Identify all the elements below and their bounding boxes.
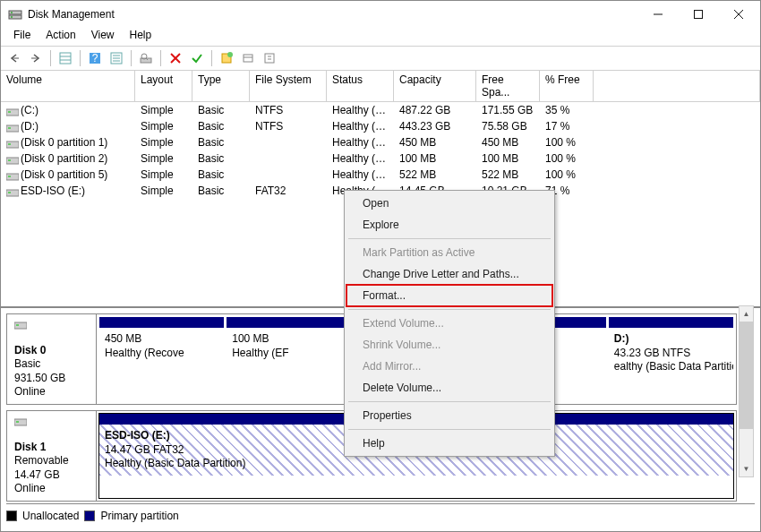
delete-icon[interactable] [166,48,185,68]
app-icon [8,7,22,21]
svg-rect-38 [8,159,11,161]
disk-icon [14,416,89,426]
svg-text:?: ? [92,52,98,64]
search-drive-icon[interactable] [136,48,156,68]
col-spacer [594,71,760,101]
col-volume[interactable]: Volume [1,71,135,101]
window-title: Disk Management [28,8,115,21]
col-type[interactable]: Type [192,71,250,101]
svg-rect-10 [60,53,71,64]
volume-row[interactable]: (C:)SimpleBasicNTFSHealthy (B...487.22 G… [1,102,760,118]
check-icon[interactable] [187,48,207,68]
scroll-down-icon[interactable]: ▼ [740,461,753,476]
drive-icon [6,106,19,116]
col-free[interactable]: Free Spa... [476,71,540,101]
separator [131,50,132,66]
menu-action[interactable]: Action [38,28,82,46]
svg-rect-36 [8,143,11,145]
separator [160,50,161,66]
legend-primary: Primary partition [100,510,178,522]
separator [50,50,51,66]
back-button[interactable] [4,48,24,68]
svg-rect-42 [8,192,11,193]
partition[interactable]: 450 MBHealthy (Recove [99,317,224,401]
separator [348,238,551,239]
svg-point-2 [11,12,13,13]
svg-point-25 [227,52,233,57]
toolbar: ? [1,46,760,71]
minimize-button[interactable] [637,2,678,27]
ctx-mirror[interactable]: Add Mirror... [346,356,552,377]
ctx-properties[interactable]: Properties [346,405,552,426]
ctx-mark-active[interactable]: Mark Partition as Active [346,242,552,263]
menubar: File Action View Help [1,28,760,46]
separator [348,401,551,402]
svg-rect-28 [265,54,274,63]
menu-help[interactable]: Help [123,28,159,46]
view-grid-icon[interactable] [56,48,75,68]
volume-list-header: Volume Layout Type File System Status Ca… [1,71,760,102]
svg-rect-32 [8,111,11,113]
col-status[interactable]: Status [327,71,394,101]
svg-rect-44 [16,324,19,326]
ctx-explore[interactable]: Explore [346,214,552,236]
volume-row[interactable]: (D:)SimpleBasicNTFSHealthy (B...443.23 G… [1,118,760,134]
settings-list-icon[interactable] [107,48,126,68]
drive-icon [6,186,19,197]
volume-row[interactable]: (Disk 0 partition 2)SimpleBasicHealthy (… [1,150,760,167]
separator [211,50,212,66]
disk-info: Disk 0Basic931.50 GBOnline [7,314,97,404]
menu-view[interactable]: View [84,28,122,46]
separator [348,309,551,310]
svg-rect-5 [694,11,702,19]
disk-info: Disk 1Removable14.47 GBOnline [7,411,97,501]
close-button[interactable] [718,2,758,27]
col-layout[interactable]: Layout [135,71,192,101]
drive-icon [6,154,19,165]
partition[interactable]: 100 MBHealthy (EF [227,317,351,401]
drive-icon [6,122,19,133]
svg-rect-40 [8,176,11,177]
ctx-extend[interactable]: Extend Volume... [346,313,552,334]
menu-file[interactable]: File [6,28,38,46]
ctx-change-letter[interactable]: Change Drive Letter and Paths... [346,263,552,285]
ctx-help[interactable]: Help [346,433,552,454]
separator [80,50,81,66]
titlebar: Disk Management [1,1,760,28]
new-volume-icon[interactable] [217,48,236,68]
svg-point-3 [11,16,13,18]
forward-button[interactable] [26,48,46,68]
svg-rect-26 [244,55,252,62]
disk-icon [14,319,89,330]
legend: Unallocated Primary partition [6,510,179,522]
ctx-open[interactable]: Open [346,193,552,214]
properties-icon[interactable] [260,48,279,68]
ctx-shrink[interactable]: Shrink Volume... [346,334,552,356]
volume-row[interactable]: (Disk 0 partition 1)SimpleBasicHealthy (… [1,134,760,150]
svg-rect-46 [16,421,19,423]
volume-row[interactable]: (Disk 0 partition 5)SimpleBasicHealthy (… [1,167,760,183]
col-pfree[interactable]: % Free [540,71,594,101]
svg-rect-34 [8,127,11,129]
legend-unallocated: Unallocated [22,510,79,522]
drive-icon [6,170,19,181]
scroll-up-icon[interactable]: ▲ [740,306,753,322]
help-icon[interactable]: ? [85,48,105,68]
vertical-scrollbar[interactable]: ▲ ▼ [739,305,754,477]
ctx-delete[interactable]: Delete Volume... [346,377,552,399]
context-menu: Open Explore Mark Partition as Active Ch… [344,190,555,457]
ctx-format[interactable]: Format... [346,285,552,306]
list-icon[interactable] [238,48,258,68]
col-filesystem[interactable]: File System [250,71,327,101]
unallocated-swatch [6,511,17,521]
separator [348,429,551,430]
partition[interactable]: D:)43.23 GB NTFSealthy (Basic Data Parti… [609,317,733,401]
maximize-button[interactable] [678,2,718,27]
col-capacity[interactable]: Capacity [394,71,476,101]
primary-swatch [84,511,95,521]
drive-icon [6,138,19,149]
scroll-thumb[interactable] [740,322,753,429]
